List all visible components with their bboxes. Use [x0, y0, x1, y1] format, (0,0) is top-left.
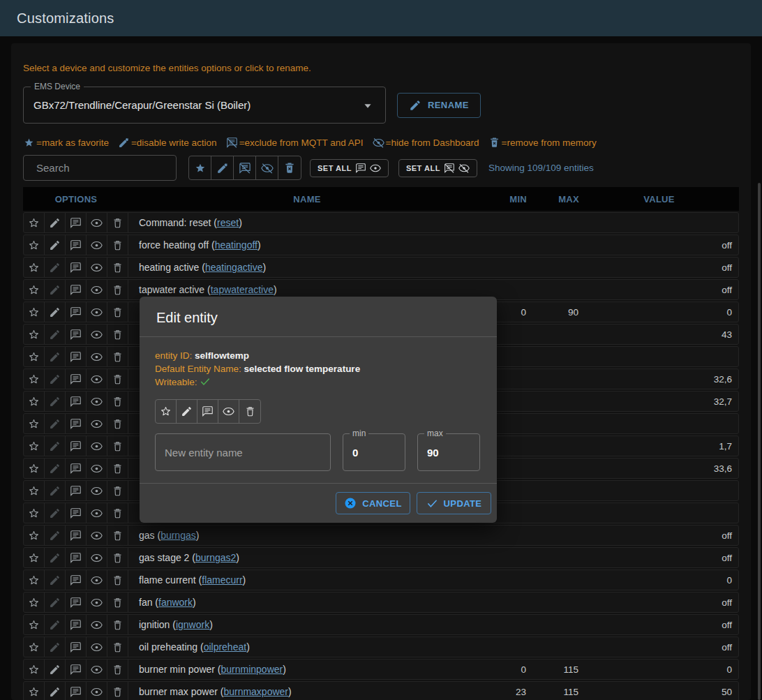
- entity-id-link[interactable]: reset: [217, 217, 239, 228]
- mqtt-toggle[interactable]: [66, 436, 87, 456]
- favorite-toggle[interactable]: [24, 280, 45, 299]
- visibility-toggle[interactable]: [87, 258, 107, 277]
- mqtt-toggle[interactable]: [66, 347, 87, 366]
- entity-name[interactable]: heating active (heatingactive): [128, 258, 484, 277]
- favorite-toggle[interactable]: [24, 526, 45, 545]
- favorite-toggle[interactable]: [24, 325, 45, 344]
- write-toggle[interactable]: [45, 325, 66, 344]
- visibility-toggle[interactable]: [87, 369, 107, 389]
- delete-toggle[interactable]: [107, 347, 128, 366]
- visibility-toggle[interactable]: [87, 436, 107, 456]
- visibility-toggle[interactable]: [87, 325, 107, 344]
- write-toggle[interactable]: [45, 548, 66, 567]
- write-toggle[interactable]: [45, 235, 66, 255]
- write-toggle[interactable]: [45, 526, 66, 545]
- entity-id-link[interactable]: fanwork: [158, 597, 193, 608]
- mqtt-toggle[interactable]: [66, 526, 87, 545]
- entity-name[interactable]: oil preheating (oilpreheat): [128, 637, 484, 657]
- visibility-toggle[interactable]: [87, 302, 107, 322]
- visibility-toggle[interactable]: [87, 570, 107, 590]
- write-toggle[interactable]: [45, 593, 66, 612]
- filter-exclude-mqtt-toggle[interactable]: [234, 156, 256, 179]
- mqtt-toggle[interactable]: [66, 615, 87, 634]
- mqtt-toggle[interactable]: [66, 414, 87, 433]
- write-toggle[interactable]: [45, 615, 66, 634]
- filter-disable-write-toggle[interactable]: [211, 156, 234, 179]
- delete-toggle[interactable]: [107, 548, 128, 567]
- entity-id-link[interactable]: burnmaxpower: [223, 686, 288, 697]
- delete-toggle[interactable]: [107, 682, 128, 700]
- mqtt-toggle[interactable]: [66, 459, 87, 478]
- rename-button[interactable]: RENAME: [397, 93, 481, 118]
- cancel-button[interactable]: CANCEL: [336, 492, 410, 514]
- delete-toggle[interactable]: [107, 414, 128, 433]
- scrollbar[interactable]: [758, 183, 761, 700]
- delete-toggle[interactable]: [107, 503, 128, 523]
- favorite-toggle[interactable]: [24, 392, 45, 411]
- delete-toggle[interactable]: [107, 526, 128, 545]
- ems-device-select[interactable]: EMS Device GBx72/Trendline/Cerapur/Green…: [23, 87, 386, 124]
- entity-name[interactable]: burner min power (burnminpower): [128, 660, 484, 679]
- delete-toggle[interactable]: [107, 258, 128, 277]
- mqtt-toggle[interactable]: [66, 481, 87, 500]
- entity-name[interactable]: gas (burngas): [128, 526, 484, 545]
- dialog-delete-toggle[interactable]: [239, 400, 260, 423]
- min-input[interactable]: [352, 447, 396, 459]
- favorite-toggle[interactable]: [24, 503, 45, 523]
- favorite-toggle[interactable]: [24, 258, 45, 277]
- write-toggle[interactable]: [45, 347, 66, 366]
- write-toggle[interactable]: [45, 258, 66, 277]
- entity-name[interactable]: burner max power (burnmaxpower): [128, 682, 484, 700]
- delete-toggle[interactable]: [107, 660, 128, 679]
- favorite-toggle[interactable]: [24, 436, 45, 456]
- write-toggle[interactable]: [45, 414, 66, 433]
- delete-toggle[interactable]: [107, 280, 128, 299]
- mqtt-toggle[interactable]: [66, 325, 87, 344]
- delete-toggle[interactable]: [107, 459, 128, 478]
- favorite-toggle[interactable]: [24, 235, 45, 255]
- filter-hide-dashboard-toggle[interactable]: [256, 156, 278, 179]
- favorite-toggle[interactable]: [24, 637, 45, 657]
- dialog-write-toggle[interactable]: [177, 400, 197, 423]
- mqtt-toggle[interactable]: [66, 369, 87, 389]
- write-toggle[interactable]: [45, 302, 66, 322]
- visibility-toggle[interactable]: [87, 280, 107, 299]
- favorite-toggle[interactable]: [24, 682, 45, 700]
- entity-name[interactable]: flame current (flamecurr): [128, 570, 484, 590]
- entity-name[interactable]: gas stage 2 (burngas2): [128, 548, 484, 567]
- entity-id-link[interactable]: heatingactive: [205, 262, 263, 273]
- delete-toggle[interactable]: [107, 235, 128, 255]
- delete-toggle[interactable]: [107, 593, 128, 612]
- mqtt-toggle[interactable]: [66, 392, 87, 411]
- max-input[interactable]: [427, 447, 470, 459]
- favorite-toggle[interactable]: [24, 347, 45, 366]
- entity-id-link[interactable]: tapwateractive: [211, 284, 274, 295]
- delete-toggle[interactable]: [107, 213, 128, 232]
- visibility-toggle[interactable]: [87, 682, 107, 700]
- mqtt-toggle[interactable]: [66, 637, 87, 657]
- delete-toggle[interactable]: [107, 637, 128, 657]
- visibility-toggle[interactable]: [87, 503, 107, 523]
- visibility-toggle[interactable]: [87, 526, 107, 545]
- entity-id-link[interactable]: burngas: [160, 530, 196, 541]
- mqtt-toggle[interactable]: [66, 235, 87, 255]
- favorite-toggle[interactable]: [24, 302, 45, 322]
- entity-id-link[interactable]: burngas2: [195, 552, 236, 563]
- write-toggle[interactable]: [45, 392, 66, 411]
- write-toggle[interactable]: [45, 213, 66, 232]
- mqtt-toggle[interactable]: [66, 682, 87, 700]
- entity-id-link[interactable]: oilpreheat: [204, 641, 247, 653]
- entity-name[interactable]: fan (fanwork): [128, 593, 484, 612]
- update-button[interactable]: UPDATE: [417, 492, 491, 514]
- favorite-toggle[interactable]: [24, 570, 45, 590]
- favorite-toggle[interactable]: [24, 548, 45, 567]
- visibility-toggle[interactable]: [87, 481, 107, 500]
- mqtt-toggle[interactable]: [66, 258, 87, 277]
- write-toggle[interactable]: [45, 369, 66, 389]
- visibility-toggle[interactable]: [87, 213, 107, 232]
- mqtt-toggle[interactable]: [66, 213, 87, 232]
- delete-toggle[interactable]: [107, 369, 128, 389]
- mqtt-toggle[interactable]: [66, 593, 87, 612]
- write-toggle[interactable]: [45, 481, 66, 500]
- entity-id-link[interactable]: heatingoff: [215, 239, 257, 251]
